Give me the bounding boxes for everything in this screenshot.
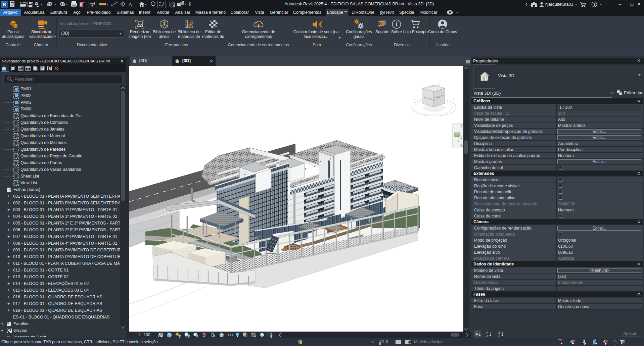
svg-text:1: 1 [122, 3, 124, 6]
svg-text:hjarquitetura01: hjarquitetura01 [545, 2, 573, 7]
svg-text:?: ? [593, 2, 596, 6]
svg-text:A: A [498, 334, 500, 338]
svg-text:Z: Z [498, 331, 500, 334]
svg-text:Z: Z [486, 334, 488, 338]
svg-text:A: A [486, 331, 488, 334]
svg-text:A: A [128, 1, 133, 8]
